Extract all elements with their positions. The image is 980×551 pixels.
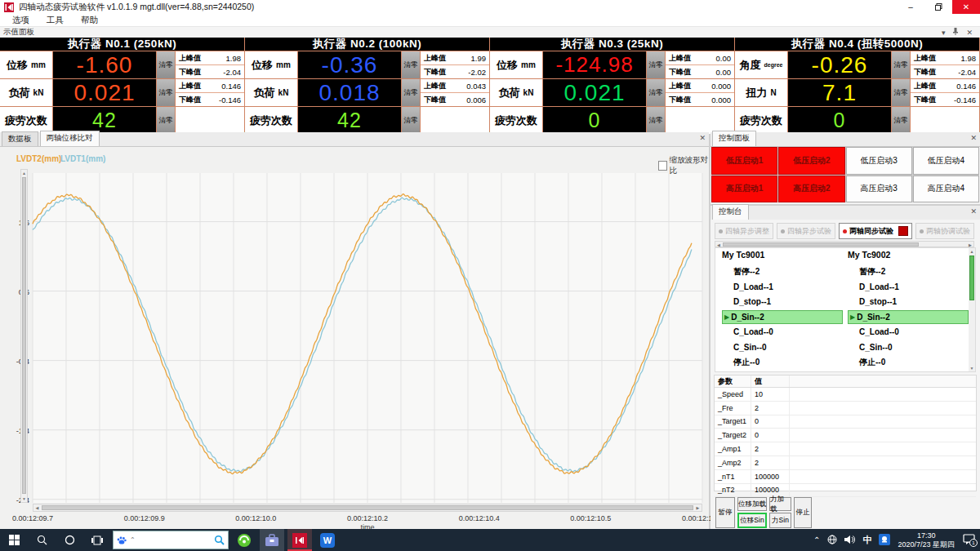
peak-label: 下峰值 bbox=[179, 67, 223, 78]
scroll-down-icon[interactable]: ▼ bbox=[21, 495, 27, 502]
zoom-compare-checkbox[interactable]: 缩放波形对比 bbox=[658, 155, 709, 176]
displacement-sin-button[interactable]: 位移Sin bbox=[737, 513, 767, 528]
clear-button[interactable]: 清零 bbox=[647, 79, 666, 106]
channel-command-item[interactable]: 停止--0 bbox=[722, 355, 843, 369]
tab-data-panel[interactable]: 数据板 bbox=[2, 131, 38, 146]
stop-button[interactable]: 停止 bbox=[794, 497, 812, 528]
clear-button[interactable]: 清零 bbox=[892, 79, 911, 106]
chevron-down-icon[interactable]: ▾ bbox=[942, 29, 946, 37]
close-icon[interactable]: ✕ bbox=[970, 134, 977, 142]
stop-square-icon[interactable] bbox=[898, 226, 908, 236]
low-pressure-start-button[interactable]: 低压启动2 bbox=[778, 147, 844, 175]
baidu-paw-icon bbox=[116, 535, 127, 546]
clear-button[interactable]: 清零 bbox=[647, 107, 666, 134]
status-dot-icon bbox=[843, 229, 847, 233]
channel-command-item[interactable]: D_stop--1 bbox=[848, 295, 969, 309]
test-mode-tab[interactable]: 两轴协调试验 bbox=[915, 223, 974, 239]
channel-command-item[interactable]: 暂停--2 bbox=[848, 264, 969, 278]
baidu-search-input[interactable]: ⌃ bbox=[113, 531, 229, 549]
measurement-row: 负荷kN0.021清零上峰值0.146下峰值-0.146 bbox=[0, 78, 244, 106]
scroll-thumb[interactable] bbox=[42, 505, 693, 510]
close-icon[interactable]: ✕ bbox=[699, 134, 706, 142]
channel-list-scrollbar[interactable]: ▲ ▼ bbox=[969, 248, 975, 371]
channel-command-item[interactable]: D_stop--1 bbox=[722, 295, 843, 309]
menu-options[interactable]: 选项 bbox=[7, 15, 34, 26]
chart-horizontal-scrollbar[interactable]: ◀▶ bbox=[33, 504, 702, 512]
tab-console[interactable]: 控制台 bbox=[712, 204, 749, 220]
minimize-button[interactable]: – bbox=[897, 0, 924, 14]
channel-command-item[interactable]: ▶D_Sin--2 bbox=[848, 310, 969, 324]
wps-icon[interactable]: W bbox=[315, 529, 340, 551]
clear-button[interactable]: 清零 bbox=[157, 51, 176, 78]
tab-displacement-compare[interactable]: 两轴位移比对 bbox=[40, 131, 100, 146]
force-sin-button[interactable]: 力Sin bbox=[769, 513, 791, 528]
low-pressure-start-button[interactable]: 低压启动3 bbox=[846, 147, 912, 175]
pin-icon[interactable] bbox=[952, 28, 959, 37]
chart-vertical-scrollbar[interactable]: ▲▼ bbox=[20, 169, 28, 503]
channel-command-item[interactable]: 停止--0 bbox=[848, 355, 969, 369]
scroll-up-icon[interactable]: ▲ bbox=[21, 170, 27, 176]
close-button[interactable]: ✕ bbox=[952, 0, 980, 14]
force-load-button[interactable]: 力加载 bbox=[769, 497, 791, 511]
clear-button[interactable]: 清零 bbox=[157, 107, 176, 134]
clear-button[interactable]: 清零 bbox=[402, 51, 421, 78]
close-icon[interactable]: ✕ bbox=[966, 29, 973, 37]
right-column: 控制面板 ✕ 低压启动1低压启动2低压启动3低压启动4高压启动1高压启动2高压启… bbox=[710, 132, 980, 529]
clear-button[interactable]: 清零 bbox=[402, 79, 421, 106]
tab-control-panel[interactable]: 控制面板 bbox=[712, 131, 756, 146]
menu-help[interactable]: 帮助 bbox=[76, 15, 103, 26]
scroll-right-icon[interactable]: ▶ bbox=[694, 504, 702, 512]
high-pressure-start-button[interactable]: 高压启动3 bbox=[846, 176, 912, 203]
channel-command-item[interactable]: ▶D_Sin--2 bbox=[722, 310, 843, 324]
network-icon[interactable] bbox=[827, 535, 837, 546]
search-icon[interactable] bbox=[28, 529, 56, 551]
fatigue-app-icon[interactable] bbox=[287, 529, 312, 551]
pause-button[interactable]: 暂停 bbox=[715, 497, 735, 528]
channel-command-item[interactable]: C_Load--0 bbox=[848, 325, 969, 339]
clear-button[interactable]: 清零 bbox=[892, 51, 911, 78]
cortana-icon[interactable] bbox=[56, 529, 83, 551]
channel-command-item[interactable]: C_Load--0 bbox=[722, 325, 843, 339]
close-icon[interactable]: ✕ bbox=[970, 207, 977, 216]
low-pressure-start-button[interactable]: 低压启动4 bbox=[913, 147, 979, 175]
clear-button[interactable]: 清零 bbox=[157, 79, 176, 106]
menu-tools[interactable]: 工具 bbox=[42, 15, 69, 26]
clear-button[interactable]: 清零 bbox=[402, 107, 421, 134]
param-row: _Amp22 bbox=[715, 456, 976, 470]
channel-command-item[interactable]: 暂停--2 bbox=[722, 264, 843, 278]
test-mode-tab[interactable]: 四轴异步试验 bbox=[777, 223, 835, 239]
high-pressure-start-button[interactable]: 高压启动2 bbox=[778, 176, 844, 203]
measurement-row: 疲劳次数42清零 bbox=[245, 106, 489, 134]
scroll-thumb[interactable] bbox=[22, 177, 26, 494]
channel-command-item[interactable]: C_Sin--0 bbox=[848, 340, 969, 354]
tray-app-icon[interactable] bbox=[879, 534, 890, 547]
measurement-row: 疲劳次数0清零 bbox=[490, 106, 734, 134]
peak-label: 上峰值 bbox=[914, 81, 956, 91]
channel-command-item[interactable]: D_Load--1 bbox=[722, 280, 843, 294]
unit-text: kN bbox=[278, 88, 289, 97]
displacement-load-button[interactable]: 位移加载 bbox=[737, 497, 767, 511]
restore-button[interactable] bbox=[924, 0, 952, 14]
ime-indicator[interactable]: 中 bbox=[862, 534, 871, 546]
low-pressure-start-button[interactable]: 低压启动1 bbox=[711, 147, 777, 175]
high-pressure-start-button[interactable]: 高压启动4 bbox=[913, 176, 979, 203]
clear-button[interactable]: 清零 bbox=[647, 51, 666, 78]
clear-button[interactable]: 清零 bbox=[892, 107, 911, 134]
task-view-icon[interactable] bbox=[83, 529, 111, 551]
high-pressure-start-button[interactable]: 高压启动1 bbox=[711, 176, 777, 203]
notification-icon[interactable]: 1 bbox=[963, 534, 975, 546]
test-mode-tab[interactable]: 四轴异步调整 bbox=[715, 223, 773, 239]
channel-command-item[interactable]: D_Load--1 bbox=[848, 280, 969, 294]
test-tabs-scrollbar[interactable]: ◀ ▶ bbox=[715, 241, 974, 247]
tray-chevron-up-icon[interactable]: ⌃ bbox=[813, 535, 820, 544]
test-mode-tab[interactable]: 两轴同步试验 bbox=[839, 223, 912, 239]
clock[interactable]: 17:30 2020/7/23 星期四 bbox=[898, 531, 955, 549]
start-button[interactable] bbox=[0, 529, 28, 551]
volume-icon[interactable] bbox=[844, 535, 855, 546]
browser-icon[interactable] bbox=[232, 529, 256, 551]
toolbox-app-icon[interactable] bbox=[260, 529, 284, 551]
measurement-value: -1.60 bbox=[53, 51, 157, 78]
channel-command-item[interactable]: C_Sin--0 bbox=[722, 340, 843, 354]
scroll-left-icon[interactable]: ◀ bbox=[33, 504, 41, 512]
actuator-panel: 执行器 N0.2 (100kN)位移mm-0.36清零上峰值1.99下峰值-2.… bbox=[245, 38, 490, 131]
